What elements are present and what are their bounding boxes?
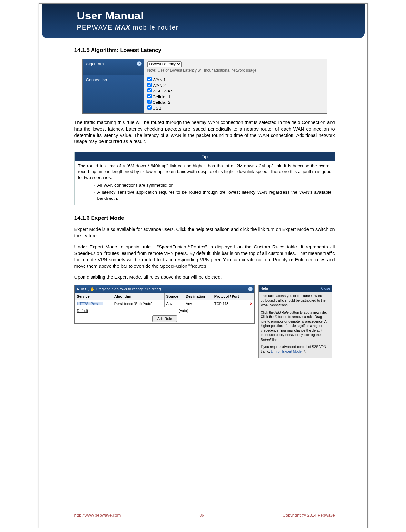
brand-bold: MAX [115,24,130,31]
tip-text: The round trip time of a "6M down / 640k… [78,163,332,180]
expert-p3: Upon disabling the Expert Mode, all rule… [74,274,335,281]
footer-url: http://www.pepwave.com [74,513,121,517]
connection-checkbox[interactable]: Cellular 1 [147,94,323,100]
rules-title-prefix: Rules ( [77,287,89,292]
cell-source: Any [164,300,184,307]
help-panel: Help Close This table allows you to fine… [258,285,332,358]
expert-p2: Under Expert Mode, a special rule - "Spe… [74,244,335,270]
col-algorithm: Algorithm [113,293,164,300]
connection-checkbox[interactable]: Wi-Fi WAN [147,88,323,94]
tip-box: Tip The round trip time of a "6M down / … [74,152,335,205]
tip-bullet: All WAN connections are symmetric; or [97,182,332,188]
help-p1: This table allows you to fine tune how t… [261,294,330,307]
brand-suffix: mobile router [133,24,179,31]
col-service: Service [75,293,113,300]
help-icon[interactable]: ? [248,287,253,291]
page-frame: User Manual PEPWAVE MAX mobile router 14… [39,3,368,528]
section-heading-expert: 14.1.6 Expert Mode [74,215,335,222]
algorithm-value-cell: Lowest Latency Note: Use of Lowest Laten… [144,59,327,75]
help-close-link[interactable]: Close [321,286,330,291]
drag-hand-icon: ✋ [90,287,94,292]
content: 14.1.5 Algorithm: Lowest Latency Algorit… [39,38,367,358]
default-link[interactable]: Default [77,309,88,313]
cursor-icon: ↖ [303,349,306,353]
header-banner: User Manual PEPWAVE MAX mobile router [42,4,365,38]
cell-protocol: TCP 443 [213,300,248,307]
help-panel-header: Help Close [259,285,332,292]
algorithm-config-box: Algorithm ? Lowest Latency Note: Use of … [82,59,327,114]
rules-title-drag-text: Drag and drop rows to change rule order) [96,287,161,292]
connection-checkbox[interactable]: USB [147,105,323,111]
col-source: Source [164,293,184,300]
section-heading-algorithm: 14.1.5 Algorithm: Lowest Latency [74,47,335,54]
connection-list: WAN 1 WAN 2 Wi-Fi WAN Cellular 1 Cellula… [144,75,327,113]
connection-checkbox[interactable]: Cellular 2 [147,100,323,105]
delete-rule-icon[interactable]: ✕ [250,302,253,305]
cell-destination: Any [184,300,213,307]
expert-mode-figure: Rules ( ✋ Drag and drop rows to change r… [74,285,335,358]
help-icon[interactable]: ? [137,61,142,66]
expert-p1: Expert Mode is also available for advanc… [74,227,335,239]
algorithm-description: The traffic matching this rule will be r… [74,120,335,145]
default-row[interactable]: Default (Auto) [75,307,254,314]
doc-subtitle: PEPWAVE MAX mobile router [77,24,353,31]
help-p3: If you require advanced control of S2S V… [261,344,330,354]
footer-page-number: 86 [199,513,204,517]
tip-heading: Tip [75,152,335,161]
default-auto: (Auto) [113,307,254,314]
label-connection: Connection [83,75,144,113]
rules-title-bar: Rules ( ✋ Drag and drop rows to change r… [75,285,254,293]
service-link[interactable]: HTTPS_Persis... [77,302,104,305]
rules-table: Rules ( ✋ Drag and drop rows to change r… [74,285,255,324]
connection-checkbox[interactable]: WAN 2 [147,83,323,89]
label-algorithm: Algorithm ? [83,59,144,75]
col-destination: Destination [184,293,213,300]
help-panel-title: Help [261,286,268,291]
help-p2: Click the Add Rule button to add a new r… [261,310,330,342]
algorithm-select[interactable]: Lowest Latency [147,61,182,67]
footer-copyright: Copyright @ 2014 Pepwave [282,513,335,517]
col-protocol: Protocol / Port [213,293,248,300]
tip-bullet: A latency sensitive application requires… [97,189,332,201]
algorithm-note: Note: Use of Lowest Latency will incur a… [147,68,323,73]
add-rule-button[interactable]: Add Rule [152,315,177,322]
cell-algorithm: Persistence (Src) (Auto) [113,300,164,307]
connection-checkbox[interactable]: WAN 1 [147,77,323,83]
col-delete [248,293,254,300]
tip-body: The round trip time of a "6M down / 640k… [75,161,335,205]
table-row[interactable]: HTTPS_Persis... Persistence (Src) (Auto)… [75,300,254,307]
brand-prefix: PEPWAVE [77,24,113,31]
doc-title: User Manual [77,9,353,22]
help-panel-body: This table allows you to fine tune how t… [259,292,332,358]
turn-on-expert-link[interactable]: turn on Expert Mode [271,349,302,353]
page-footer: http://www.pepwave.com 86 Copyright @ 20… [74,513,335,519]
